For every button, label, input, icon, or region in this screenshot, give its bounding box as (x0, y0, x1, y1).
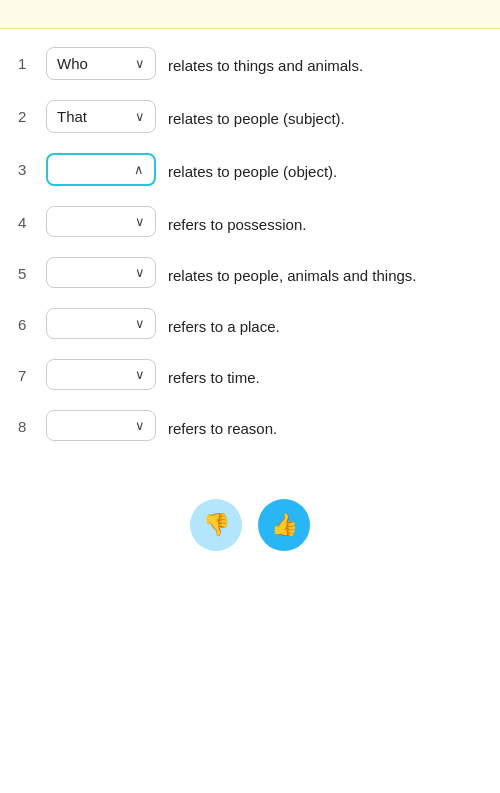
item-description: relates to things and animals. (168, 47, 482, 76)
item-description: refers to reason. (168, 410, 482, 439)
item-row: 5∨relates to people, animals and things. (18, 247, 482, 298)
item-row: 8∨refers to reason. (18, 400, 482, 451)
item-description: relates to people (subject). (168, 100, 482, 129)
item-description: refers to a place. (168, 308, 482, 337)
item-row: 1Who∨relates to things and animals. (18, 37, 482, 90)
chevron-icon: ∧ (134, 162, 144, 177)
chevron-icon: ∨ (135, 418, 145, 433)
item-row: 2That∨relates to people (subject). (18, 90, 482, 143)
chevron-icon: ∨ (135, 367, 145, 382)
dropdown-btn-2[interactable]: That∨ (46, 100, 156, 133)
items-container: 1Who∨relates to things and animals.2That… (0, 29, 500, 471)
thumbs-down-button[interactable]: 👎 (190, 499, 242, 551)
item-number: 3 (18, 153, 34, 178)
item-row: 6∨refers to a place. (18, 298, 482, 349)
dropdown-btn-5[interactable]: ∨ (46, 257, 156, 288)
dropdown-btn-1[interactable]: Who∨ (46, 47, 156, 80)
chevron-icon: ∨ (135, 214, 145, 229)
item-number: 1 (18, 47, 34, 72)
item-number: 4 (18, 206, 34, 231)
dropdown-btn-6[interactable]: ∨ (46, 308, 156, 339)
dropdown-btn-4[interactable]: ∨ (46, 206, 156, 237)
item-number: 6 (18, 308, 34, 333)
item-description: refers to time. (168, 359, 482, 388)
chevron-icon: ∨ (135, 109, 145, 124)
chevron-icon: ∨ (135, 316, 145, 331)
item-description: relates to people, animals and things. (168, 257, 482, 286)
chevron-icon: ∨ (135, 265, 145, 280)
dropdown-value-1: Who (57, 55, 88, 72)
dropdown-value-2: That (57, 108, 87, 125)
dropdown-btn-3[interactable]: ∧ (46, 153, 156, 186)
item-description: relates to people (object). (168, 153, 482, 182)
dropdown-btn-8[interactable]: ∨ (46, 410, 156, 441)
item-row: 4∨refers to possession. (18, 196, 482, 247)
question-banner (0, 0, 500, 29)
item-row: 7∨refers to time. (18, 349, 482, 400)
item-number: 8 (18, 410, 34, 435)
item-number: 7 (18, 359, 34, 384)
item-number: 5 (18, 257, 34, 282)
item-description: refers to possession. (168, 206, 482, 235)
feedback-row: 👎 👍 (0, 471, 500, 571)
chevron-icon: ∨ (135, 56, 145, 71)
item-number: 2 (18, 100, 34, 125)
thumbs-up-button[interactable]: 👍 (258, 499, 310, 551)
item-row: 3∧relates to people (object). (18, 143, 482, 196)
dropdown-btn-7[interactable]: ∨ (46, 359, 156, 390)
